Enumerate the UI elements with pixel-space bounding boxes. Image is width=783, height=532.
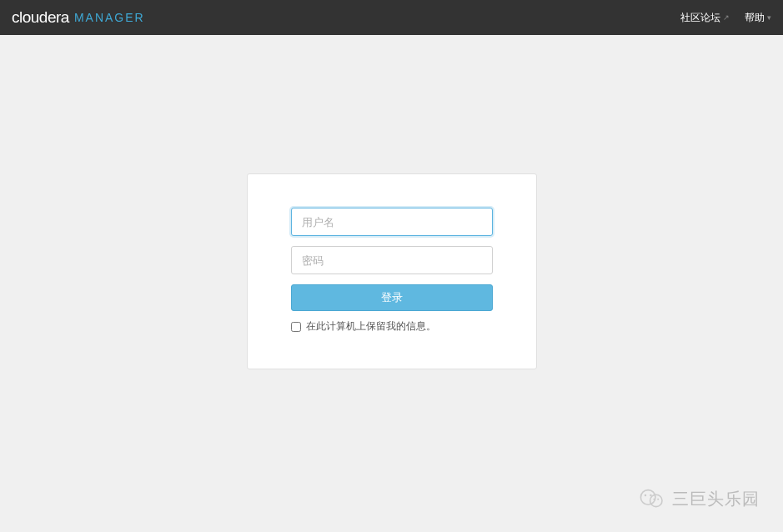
svg-point-4 xyxy=(653,499,655,500)
svg-point-2 xyxy=(645,494,647,497)
wechat-icon xyxy=(639,485,665,512)
remember-me-row: 在此计算机上保留我的信息。 xyxy=(291,319,493,334)
svg-point-3 xyxy=(650,494,652,497)
community-forum-link[interactable]: 社区论坛 ↗ xyxy=(680,11,730,25)
svg-point-5 xyxy=(657,499,659,500)
password-input[interactable] xyxy=(291,246,493,274)
svg-point-1 xyxy=(650,494,662,506)
help-link[interactable]: 帮助 ▾ xyxy=(745,11,771,25)
watermark-text: 三巨头乐园 xyxy=(672,488,760,510)
help-label: 帮助 xyxy=(745,11,765,25)
external-link-icon: ↗ xyxy=(723,13,730,22)
header-nav: 社区论坛 ↗ 帮助 ▾ xyxy=(680,11,771,25)
logo-brand: cloudera xyxy=(12,8,69,27)
app-logo: cloudera MANAGER xyxy=(12,8,145,27)
app-header: cloudera MANAGER 社区论坛 ↗ 帮助 ▾ xyxy=(0,0,783,35)
chevron-down-icon: ▾ xyxy=(767,13,771,22)
remember-me-label[interactable]: 在此计算机上保留我的信息。 xyxy=(306,319,436,334)
login-button[interactable]: 登录 xyxy=(291,284,493,311)
remember-me-checkbox[interactable] xyxy=(291,322,301,332)
watermark: 三巨头乐园 xyxy=(639,485,760,512)
login-panel: 登录 在此计算机上保留我的信息。 xyxy=(247,173,537,369)
logo-product: MANAGER xyxy=(74,11,145,24)
svg-point-0 xyxy=(640,490,655,505)
community-forum-label: 社区论坛 xyxy=(680,11,720,25)
username-input[interactable] xyxy=(291,208,493,236)
